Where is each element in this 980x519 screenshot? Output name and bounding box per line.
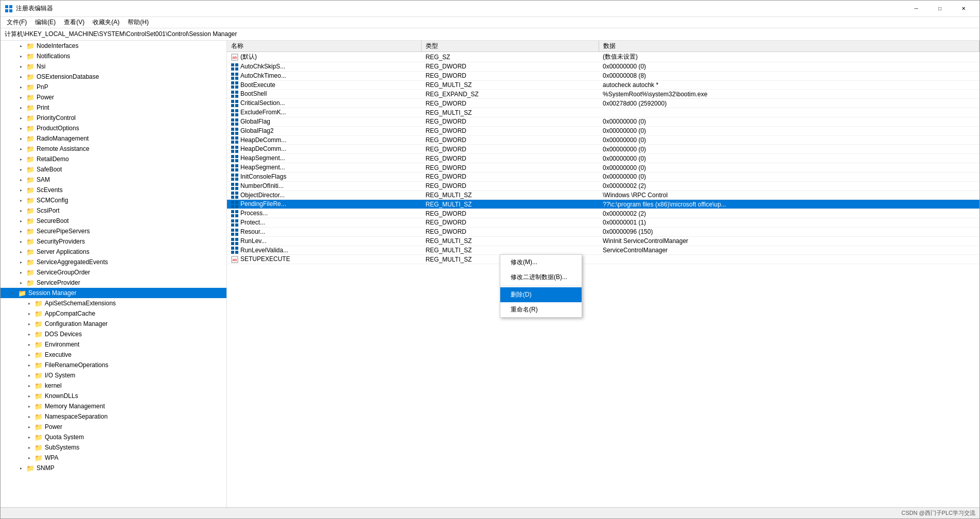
table-row[interactable]: HeapDeComm...REG_DWORD0x00000000 (0) <box>227 145 979 154</box>
tree-item[interactable]: ▸📁I/O System <box>1 370 226 380</box>
expand-arrow-icon[interactable]: ▸ <box>17 237 25 246</box>
tree-item[interactable]: ▸📁Quota System <box>1 432 226 442</box>
expand-arrow-icon[interactable]: ▸ <box>17 93 25 101</box>
minimize-button[interactable]: ─ <box>904 1 928 17</box>
expand-arrow-icon[interactable]: ▸ <box>25 454 33 462</box>
tree-item[interactable]: ▸📁Environment <box>1 339 226 350</box>
tree-item[interactable]: ▸📁ServiceAggregatedEvents <box>1 257 226 267</box>
expand-arrow-icon[interactable]: ▸ <box>17 73 25 81</box>
expand-arrow-icon[interactable]: ▸ <box>17 227 25 235</box>
table-row[interactable]: RunLevelValida...REG_MULTI_SZServiceCont… <box>227 246 979 255</box>
tree-item[interactable]: ▸📁ServiceProvider <box>1 278 226 288</box>
tree-item[interactable]: ▸📁KnownDLLs <box>1 391 226 401</box>
expand-arrow-icon[interactable]: ▸ <box>17 165 25 174</box>
tree-item[interactable]: ▸📁Remote Assistance <box>1 144 226 154</box>
tree-item[interactable]: ▸📁PnP <box>1 82 226 92</box>
expand-arrow-icon[interactable]: ▸ <box>25 361 33 369</box>
table-row[interactable]: Resour...REG_DWORD0x00000096 (150) <box>227 227 979 236</box>
expand-arrow-icon[interactable]: ▸ <box>17 248 25 256</box>
tree-item[interactable]: ▸📁FileRenameOperations <box>1 360 226 370</box>
tree-item[interactable]: ▾📁Session Manager <box>1 288 226 298</box>
expand-arrow-icon[interactable]: ▸ <box>17 103 25 112</box>
tree-item[interactable]: ▸📁SecurePipeServers <box>1 226 226 236</box>
table-row[interactable]: BootExecuteREG_MULTI_SZautocheck autochk… <box>227 80 979 90</box>
expand-arrow-icon[interactable]: ▸ <box>25 351 33 359</box>
tree-panel[interactable]: ▸📁NodeInterfaces▸📁Notifications▸📁Nsi▸📁OS… <box>1 41 227 507</box>
tree-item[interactable]: ▸📁kernel <box>1 380 226 391</box>
table-row[interactable]: ab(默认)REG_SZ(数值未设置) <box>227 52 979 62</box>
tree-item[interactable]: ▸📁OSExtensionDatabase <box>1 72 226 82</box>
right-panel[interactable]: 名称 类型 数据 ab(默认)REG_SZ(数值未设置)AutoChkSkipS… <box>227 41 979 507</box>
tree-item[interactable]: ▸📁RadioManagement <box>1 133 226 144</box>
tree-item[interactable]: ▸📁WPA <box>1 453 226 463</box>
table-row[interactable]: GlobalFlag2REG_DWORD0x00000000 (0) <box>227 126 979 135</box>
expand-arrow-icon[interactable]: ▸ <box>17 155 25 163</box>
menu-item[interactable]: 编辑(E) <box>31 17 60 28</box>
tree-item[interactable]: ▸📁Configuration Manager <box>1 319 226 329</box>
tree-item[interactable]: ▸📁ScEvents <box>1 185 226 195</box>
table-row[interactable]: HeapDeComm...REG_DWORD0x00000000 (0) <box>227 135 979 145</box>
context-menu-item-delete[interactable]: 删除(D) <box>500 287 582 302</box>
table-row[interactable]: GlobalFlagREG_DWORD0x00000000 (0) <box>227 117 979 126</box>
tree-item[interactable]: ▸📁NamespaceSeparation <box>1 411 226 422</box>
tree-item[interactable]: ▸📁ProductOptions <box>1 123 226 133</box>
menu-item[interactable]: 文件(F) <box>3 17 31 28</box>
expand-arrow-icon[interactable]: ▸ <box>17 134 25 143</box>
tree-item[interactable]: ▸📁Memory Management <box>1 401 226 411</box>
expand-arrow-icon[interactable]: ▸ <box>17 258 25 266</box>
tree-item[interactable]: ▸📁SecureBoot <box>1 216 226 226</box>
expand-arrow-icon[interactable]: ▸ <box>25 423 33 431</box>
table-row[interactable]: Process...REG_DWORD0x00000002 (2) <box>227 209 979 218</box>
expand-arrow-icon[interactable]: ▸ <box>25 382 33 390</box>
tree-item[interactable]: ▸📁Power <box>1 422 226 432</box>
tree-item[interactable]: ▸📁Nsi <box>1 61 226 72</box>
tree-item[interactable]: ▸📁SubSystems <box>1 442 226 453</box>
maximize-button[interactable]: □ <box>928 1 952 17</box>
expand-arrow-icon[interactable]: ▸ <box>17 176 25 184</box>
tree-item[interactable]: ▸📁SAM <box>1 175 226 185</box>
expand-arrow-icon[interactable]: ▸ <box>25 412 33 421</box>
expand-arrow-icon[interactable]: ▸ <box>17 62 25 71</box>
expand-arrow-icon[interactable]: ▸ <box>17 206 25 215</box>
expand-arrow-icon[interactable]: ▸ <box>17 279 25 287</box>
tree-item[interactable]: ▸📁Notifications <box>1 51 226 61</box>
tree-item[interactable]: ▸📁RetailDemo <box>1 154 226 164</box>
table-row[interactable]: InitConsoleFlagsREG_DWORD0x00000000 (0) <box>227 172 979 181</box>
tree-item[interactable]: ▸📁DOS Devices <box>1 329 226 339</box>
expand-arrow-icon[interactable]: ▸ <box>17 217 25 225</box>
tree-item[interactable]: ▸📁Power <box>1 92 226 102</box>
tree-item[interactable]: ▸📁SafeBoot <box>1 164 226 175</box>
expand-arrow-icon[interactable]: ▸ <box>25 330 33 338</box>
expand-arrow-icon[interactable]: ▸ <box>17 52 25 60</box>
tree-item[interactable]: ▸📁SecurityProviders <box>1 236 226 247</box>
tree-item[interactable]: ▸📁Server Applications <box>1 247 226 257</box>
expand-arrow-icon[interactable]: ▸ <box>17 124 25 132</box>
expand-arrow-icon[interactable]: ▸ <box>25 371 33 379</box>
table-row[interactable]: ExcludeFromK...REG_MULTI_SZ <box>227 108 979 117</box>
expand-arrow-icon[interactable]: ▸ <box>25 309 33 318</box>
tree-item[interactable]: ▸📁Print <box>1 102 226 113</box>
tree-item[interactable]: ▸📁AppCompatCache <box>1 308 226 319</box>
expand-arrow-icon[interactable]: ▸ <box>25 320 33 328</box>
expand-arrow-icon[interactable]: ▸ <box>17 268 25 276</box>
context-menu-item-modify-binary[interactable]: 修改二进制数据(B)... <box>500 270 582 285</box>
expand-arrow-icon[interactable]: ▸ <box>17 196 25 204</box>
tree-item[interactable]: ▸📁SNMP <box>1 463 226 473</box>
table-row[interactable]: PendingFileRe...REG_MULTI_SZ??\c:\progra… <box>227 200 979 209</box>
context-menu-item-rename[interactable]: 重命名(R) <box>500 302 582 317</box>
tree-item[interactable]: ▸📁ScsiPort <box>1 205 226 216</box>
table-row[interactable]: CriticalSection...REG_DWORD0x00278d00 (2… <box>227 99 979 108</box>
expand-arrow-icon[interactable]: ▸ <box>17 464 25 472</box>
tree-item[interactable]: ▸📁SCMConfig <box>1 195 226 205</box>
expand-arrow-icon[interactable]: ▸ <box>17 42 25 50</box>
tree-item[interactable]: ▸📁Executive <box>1 350 226 360</box>
tree-item[interactable]: ▸📁PriorityControl <box>1 113 226 123</box>
context-menu-item-modify[interactable]: 修改(M)... <box>500 255 582 270</box>
table-row[interactable]: RunLev...REG_MULTI_SZWinInit ServiceCont… <box>227 236 979 246</box>
table-row[interactable]: abSETUPEXECUTEREG_MULTI_SZ <box>227 255 979 264</box>
expand-arrow-icon[interactable]: ▸ <box>25 299 33 307</box>
expand-arrow-icon[interactable]: ▸ <box>25 443 33 452</box>
menu-item[interactable]: 查看(V) <box>60 17 89 28</box>
expand-arrow-icon[interactable]: ▸ <box>25 392 33 400</box>
table-row[interactable]: BootShellREG_EXPAND_SZ%SystemRoot%\syste… <box>227 90 979 99</box>
